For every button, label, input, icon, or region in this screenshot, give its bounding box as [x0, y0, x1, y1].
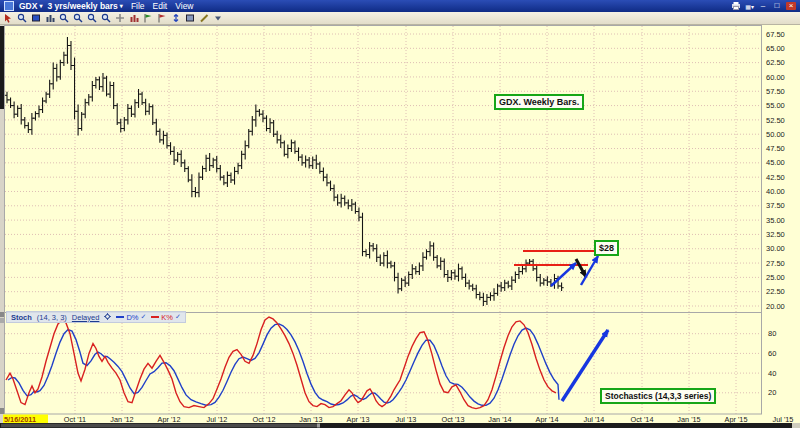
x-axis-label: Oct '12 [253, 415, 276, 424]
crosshair-icon[interactable] [114, 13, 125, 24]
y-axis-label: 57.50 [766, 87, 785, 96]
chart-svg[interactable]: 67.5065.0062.5060.0057.5055.0052.5050.00… [0, 25, 800, 428]
x-axis-label: Apr '12 [158, 415, 181, 424]
x-axis-label: Apr '15 [725, 415, 748, 424]
y-axis-label: 32.50 [766, 230, 785, 239]
compare-icon[interactable] [128, 13, 139, 24]
y-axis-label: 60.00 [766, 73, 785, 82]
y-axis-label: 42.50 [766, 173, 785, 182]
x-axis-label: Jul '14 [584, 415, 605, 424]
x-axis-label: Jan '15 [677, 415, 700, 424]
y-axis-label: 20.00 [766, 302, 785, 311]
zoom-in-icon[interactable] [58, 13, 69, 24]
stochastic-legend: Stoch (14, 3, 3) Delayed D% ✓ K% ✓ [6, 311, 186, 323]
chart-area: 67.5065.0062.5060.0057.5055.0052.5050.00… [0, 25, 800, 428]
x-axis-label: Jul '15 [773, 415, 794, 424]
range-arrow-icon[interactable] [170, 13, 181, 24]
checkbox-checked-icon[interactable]: ✓ [175, 313, 181, 321]
menu-edit[interactable]: Edit [153, 1, 168, 11]
chart-style-icon[interactable] [30, 13, 41, 24]
x-axis-label: Apr '14 [536, 415, 559, 424]
menu-file[interactable]: File [131, 1, 145, 11]
flag-up-icon[interactable] [142, 13, 153, 24]
chevron-down-icon: ▾ [120, 3, 123, 9]
x-axis-label: Oct '11 [64, 415, 86, 424]
app-icon [4, 1, 14, 11]
y-axis-label: 22.50 [766, 287, 785, 296]
indicator-params: (14, 3, 3) [37, 313, 67, 322]
pointer-tool-icon[interactable] [2, 13, 13, 24]
range-label: 3 yrs/weekly bars [47, 1, 117, 11]
zoom-reset-icon[interactable] [100, 13, 111, 24]
symbol-label: GDX [19, 1, 37, 11]
y-axis-label: 55.00 [766, 101, 785, 110]
y-axis-label: 45.00 [766, 158, 785, 167]
k-line-swatch-icon [151, 316, 159, 318]
indicator-name[interactable]: Stoch [11, 313, 32, 322]
annotation-price-target-28[interactable]: $28 [594, 240, 619, 256]
maximize-button[interactable]: □ [772, 2, 782, 10]
y-axis-label: 62.50 [766, 58, 785, 67]
y-axis-label: 50.00 [766, 130, 785, 139]
minimize-button[interactable]: – [758, 2, 768, 10]
y-axis-label: 65.00 [766, 44, 785, 53]
range-selector[interactable]: 3 yrs/weekly bars ▾ [47, 1, 122, 11]
x-axis-label: Jul '12 [207, 415, 228, 424]
y-axis-label: 35.00 [766, 216, 785, 225]
note-icon[interactable] [184, 13, 195, 24]
x-axis-start-date: 5/16/2011 [4, 415, 36, 424]
y-axis-label: 27.50 [766, 259, 785, 268]
annotation-gdx-weekly-bars[interactable]: GDX. Weekly Bars. [494, 94, 584, 110]
checkbox-checked-icon[interactable]: ✓ [140, 313, 146, 321]
y-axis-label: 47.50 [766, 144, 785, 153]
draw-icon[interactable] [198, 13, 209, 24]
y-axis-label: 40.00 [766, 187, 785, 196]
menu-view[interactable]: View [175, 1, 193, 11]
zoom-out-icon[interactable] [72, 13, 83, 24]
stoch-axis-label: 80 [768, 329, 776, 338]
x-axis-label: Oct '13 [442, 415, 465, 424]
x-axis-label: Jan '13 [299, 415, 322, 424]
stoch-axis-label: 40 [768, 369, 776, 378]
trading-app-window: { "titlebar": { "symbol": "GDX", "symbol… [0, 0, 800, 428]
y-axis-label: 30.00 [766, 244, 785, 253]
stoch-axis-label: 60 [768, 349, 776, 358]
titlebar: GDX ▾ 3 yrs/weekly bars ▾ File Edit View… [0, 0, 800, 12]
layout-options-icon[interactable]: ▦▾ [745, 3, 754, 10]
print-icon[interactable] [731, 1, 741, 12]
delayed-link[interactable]: Delayed [72, 313, 100, 322]
zoom-tool-icon[interactable] [16, 13, 27, 24]
y-axis-label: 25.00 [766, 273, 785, 282]
zoom-window-icon[interactable] [86, 13, 97, 24]
x-axis-label: Apr '13 [347, 415, 370, 424]
k-label: K% [161, 313, 173, 322]
h-scrollbar-thumb[interactable] [1, 424, 317, 428]
x-axis-label: Oct '14 [631, 415, 654, 424]
chevron-down-icon: ▾ [39, 3, 42, 9]
annotation-stochastics-series[interactable]: Stochastics (14,3,3 series) [600, 388, 716, 404]
y-axis-label: 67.50 [766, 30, 785, 39]
legend-d-percent[interactable]: D% ✓ [116, 313, 146, 322]
more-tools-icon[interactable] [212, 13, 223, 24]
d-label: D% [126, 313, 138, 322]
indicator-icon[interactable] [44, 13, 55, 24]
flag-down-icon[interactable] [156, 13, 167, 24]
y-axis-label: 37.50 [766, 201, 785, 210]
symbol-selector[interactable]: GDX ▾ [19, 1, 42, 11]
resize-corner [792, 423, 800, 428]
x-axis-label: Jan '14 [488, 415, 511, 424]
close-button[interactable]: × [786, 2, 796, 10]
stoch-axis-label: 20 [768, 388, 776, 397]
y-axis-label: 52.50 [766, 116, 785, 125]
x-axis-label: Jul '13 [396, 415, 417, 424]
chart-toolbar [0, 12, 800, 25]
d-line-swatch-icon [116, 316, 124, 318]
x-axis-label: Jan '12 [110, 415, 133, 424]
gear-icon[interactable] [104, 313, 111, 322]
legend-k-percent[interactable]: K% ✓ [151, 313, 181, 322]
